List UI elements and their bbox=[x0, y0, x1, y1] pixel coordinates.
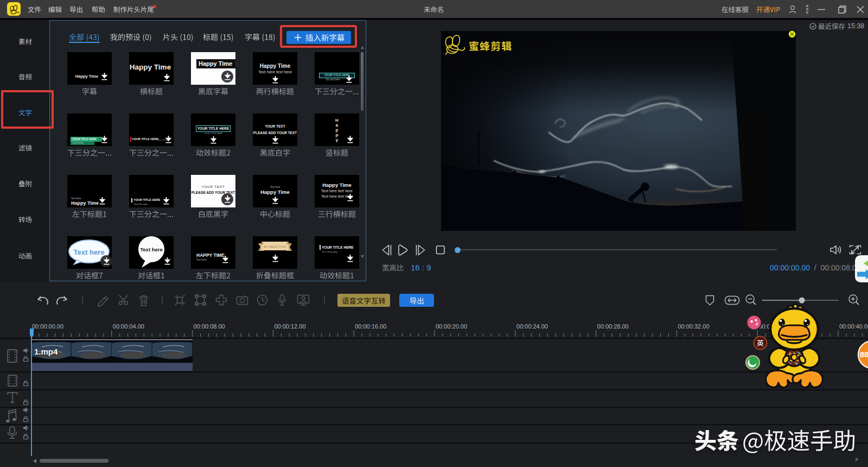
svg-text:88: 88 bbox=[860, 350, 868, 359]
